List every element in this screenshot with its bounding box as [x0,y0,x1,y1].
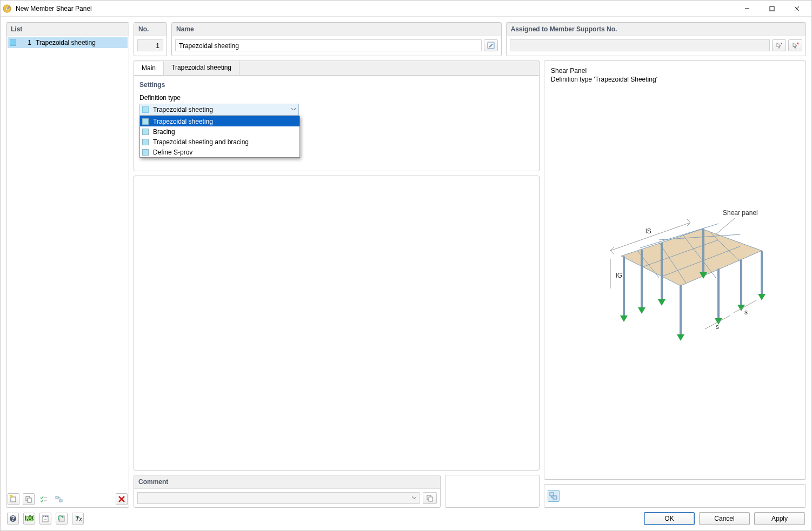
work-row: Main Trapezoidal sheeting Settings Defin… [134,61,806,508]
svg-rect-66 [46,516,48,517]
tab-main[interactable]: Main [134,62,164,76]
list-item[interactable]: 1 Trapezoidal sheeting [8,37,128,48]
svg-text:x: x [78,515,82,522]
svg-line-56 [716,218,735,234]
pick-members-button-2[interactable] [788,39,802,51]
comment-card: Comment [134,475,441,508]
maximize-button[interactable] [760,1,784,17]
assign-input[interactable] [510,39,770,51]
tab-trapezoidal-sheeting[interactable]: Trapezoidal sheeting [164,61,239,75]
new-item-button[interactable] [8,493,19,505]
info-text: Shear Panel Definition type 'Trapezoidal… [551,66,799,84]
tabs: Main Trapezoidal sheeting [134,61,540,75]
no-value[interactable]: 1 [137,39,163,51]
list-item-label: Trapezoidal sheeting [36,39,96,46]
window-controls [735,1,809,17]
option-label: Define S-prov [153,149,192,156]
units-button[interactable]: 0,00 [23,513,35,525]
apply-button[interactable]: Apply [754,512,805,525]
option-label: Trapezoidal sheeting and bracing [153,138,249,146]
swatch-icon [142,139,149,145]
work-left: Main Trapezoidal sheeting Settings Defin… [134,61,540,508]
svg-point-2 [5,8,8,10]
assign-header: Assigned to Member Supports No. [507,23,806,36]
svg-marker-42 [758,294,766,300]
list-item-number: 1 [21,39,31,46]
info-line2: Definition type 'Trapezoidal Sheeting' [551,75,799,84]
name-input[interactable]: Trapezoidal sheeting [175,39,482,51]
colors-button[interactable] [39,513,51,525]
definition-type-combo[interactable]: Trapezoidal sheeting Trapezoidal sheetin… [139,104,299,116]
pick-members-button-1[interactable] [772,39,786,51]
no-card: No. 1 [134,22,167,56]
comment-copy-button[interactable] [423,492,437,504]
center-toolbar [445,475,540,508]
close-button[interactable] [784,1,809,17]
option-label: Trapezoidal sheeting [153,118,213,125]
info-line1: Shear Panel [551,66,799,75]
svg-marker-40 [620,315,628,322]
svg-rect-10 [28,498,31,502]
minimize-button[interactable] [735,1,760,17]
info-card: Shear Panel Definition type 'Trapezoidal… [544,61,806,480]
help-button[interactable]: ? [7,513,19,525]
chevron-down-icon [411,494,417,502]
swatch-icon [142,149,149,156]
definition-type-value: Trapezoidal sheeting [153,106,288,113]
name-card: Name Trapezoidal sheeting [171,22,502,56]
footer-right-buttons: OK Cancel Apply [644,512,805,525]
list-header: List [6,23,129,36]
reset-button[interactable] [56,513,68,525]
dropdown-option-trapezoidal-sheeting-and-bracing[interactable]: Trapezoidal sheeting and bracing [140,137,299,147]
name-header: Name [172,23,501,36]
comment-row: Comment [134,475,540,508]
svg-rect-4 [770,6,774,11]
window-title: New Member Shear Panel [16,5,735,12]
comment-header: Comment [134,475,440,489]
svg-point-20 [797,43,798,44]
no-header: No. [134,23,167,36]
ok-button[interactable]: OK [644,512,695,525]
svg-marker-44 [658,299,665,306]
footer: ? 0,00 fx OK Cancel Apply [6,512,806,525]
view-mode-button[interactable] [548,490,560,502]
svg-rect-65 [45,516,46,517]
svg-line-5 [795,6,799,11]
dropdown-option-trapezoidal-sheeting[interactable]: Trapezoidal sheeting [140,116,299,126]
list-body[interactable]: 1 Trapezoidal sheeting [6,36,129,491]
copy-item-button[interactable] [23,493,35,505]
edit-name-button[interactable] [484,39,498,51]
filter-button[interactable] [53,493,65,505]
diagram-dim-s2: s [744,308,748,316]
svg-line-51 [687,219,690,223]
swatch-icon [10,39,16,46]
settings-title: Settings [139,81,534,89]
diagram-dim-lg: lG [616,272,622,279]
settings-card: Settings Definition type Trapezoidal she… [134,75,540,171]
svg-marker-41 [677,334,684,341]
dropdown-option-define-s-prov[interactable]: Define S-prov [140,147,299,157]
check-all-button[interactable] [38,493,50,505]
list-toolbar [6,491,129,507]
comment-combo[interactable] [137,492,420,504]
right-stack: No. 1 Name Trapezoidal sheeting Assig [134,22,806,508]
svg-rect-22 [429,497,432,501]
formula-button[interactable]: fx [72,513,84,525]
swatch-icon [142,129,149,135]
option-label: Bracing [153,128,175,136]
svg-rect-7 [11,497,16,502]
svg-line-18 [781,43,782,44]
swatch-icon [142,106,149,113]
svg-point-8 [10,496,11,497]
svg-rect-64 [43,516,44,517]
diagram-dim-s1: s [716,323,719,331]
cancel-button[interactable]: Cancel [699,512,750,525]
svg-rect-57 [550,493,554,496]
dropdown-option-bracing[interactable]: Bracing [140,126,299,137]
svg-rect-58 [553,496,557,499]
svg-line-50 [610,251,614,254]
blank-card [134,176,540,470]
list-panel: List 1 Trapezoidal sheeting [6,22,129,508]
chevron-down-icon [291,106,296,113]
delete-item-button[interactable] [116,493,128,505]
